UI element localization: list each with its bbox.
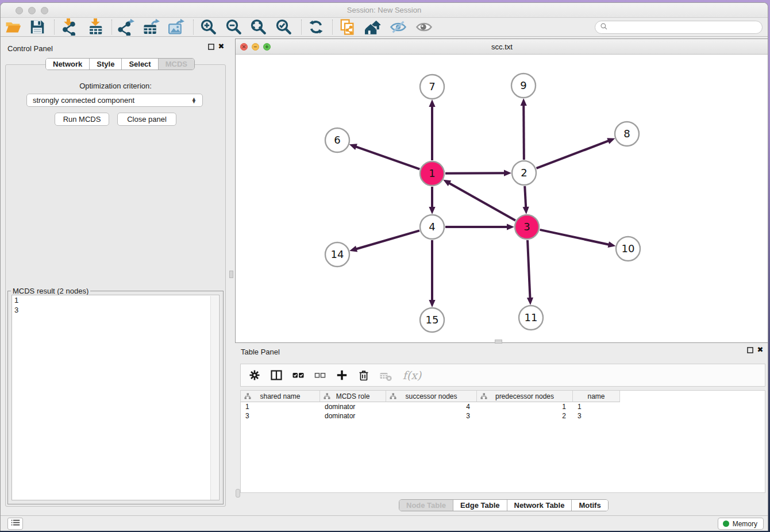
graph-node-9[interactable]: 9 xyxy=(511,74,536,98)
table-hscroll-thumb[interactable] xyxy=(236,489,240,498)
run-mcds-button[interactable]: Run MCDS xyxy=(55,113,109,126)
graph-node-4[interactable]: 4 xyxy=(420,215,444,239)
tab-mcds[interactable]: MCDS xyxy=(158,59,194,70)
graph-node-3[interactable]: 3 xyxy=(515,215,539,239)
search-input[interactable] xyxy=(611,23,762,32)
toggle-column-panel-icon[interactable] xyxy=(268,367,284,383)
network-canvas[interactable]: 7968124314101511 xyxy=(236,55,768,342)
export-table-icon[interactable] xyxy=(141,18,161,36)
add-column-icon[interactable] xyxy=(334,367,350,383)
tab-motifs[interactable]: Motifs xyxy=(571,500,607,511)
column-header-shared-name[interactable]: shared name xyxy=(241,391,320,402)
cell-shared-name[interactable]: 1 xyxy=(241,402,320,411)
tab-select[interactable]: Select xyxy=(121,59,157,70)
birds-eye-view-icon[interactable] xyxy=(414,18,434,36)
control-panel-close-icon[interactable]: ✖ xyxy=(217,42,225,50)
close-panel-button[interactable]: Close panel xyxy=(117,113,176,126)
mcds-result-list[interactable]: 13 xyxy=(11,295,220,500)
graph-node-7[interactable]: 7 xyxy=(420,75,444,99)
result-scrollbar[interactable] xyxy=(210,296,218,500)
graph-edge-2-3[interactable] xyxy=(523,186,529,214)
cell-predecessor-nodes[interactable]: 2 xyxy=(477,411,573,421)
graph-edge-1-7[interactable] xyxy=(429,99,435,160)
column-header-name[interactable]: name xyxy=(573,391,620,402)
graph-node-10[interactable]: 10 xyxy=(616,237,640,261)
network-window-titlebar: ✕ − + scc.txt xyxy=(236,39,768,55)
zoom-selected-icon[interactable] xyxy=(274,18,294,36)
tab-network[interactable]: Network xyxy=(46,59,89,70)
svg-text:14: 14 xyxy=(331,248,344,260)
zoom-out-icon[interactable] xyxy=(224,18,244,36)
svg-text:11: 11 xyxy=(525,311,538,323)
graph-node-1[interactable]: 1 xyxy=(420,161,444,186)
cell-successor-nodes[interactable]: 3 xyxy=(386,411,477,421)
apply-layout-icon[interactable] xyxy=(306,18,326,36)
graph-edge-1-6[interactable] xyxy=(349,144,420,169)
network-window-title: scc.txt xyxy=(236,43,768,51)
graph-edge-2-9[interactable] xyxy=(521,98,527,160)
settings-gear-icon[interactable] xyxy=(247,367,263,383)
zoom-in-icon[interactable] xyxy=(198,18,219,36)
search-field[interactable] xyxy=(595,21,763,34)
graph-edge-1-4[interactable] xyxy=(429,187,435,214)
tab-network-table[interactable]: Network Table xyxy=(507,500,572,511)
network-from-selection-icon[interactable] xyxy=(337,18,358,36)
zoom-fit-icon[interactable] xyxy=(248,18,269,36)
export-image-icon[interactable] xyxy=(165,18,186,36)
tab-node-table[interactable]: Node Table xyxy=(399,500,453,511)
graph-node-14[interactable]: 14 xyxy=(325,242,349,267)
task-history-button[interactable] xyxy=(7,518,23,530)
graph-edge-3-11[interactable] xyxy=(527,240,533,305)
table-panel-close-icon[interactable]: ✖ xyxy=(756,345,764,353)
control-panel-float-icon[interactable] xyxy=(207,43,215,51)
graph-edge-2-8[interactable] xyxy=(537,138,615,168)
optimization-select[interactable]: strongly connected component ▲▼ xyxy=(26,94,203,107)
network-view-window: ✕ − + scc.txt 7968124314101511 xyxy=(235,38,768,343)
memory-button[interactable]: Memory xyxy=(718,518,764,530)
cell-predecessor-nodes[interactable]: 1 xyxy=(477,402,573,411)
home-icon[interactable] xyxy=(363,18,383,36)
cell-shared-name[interactable]: 3 xyxy=(241,411,320,421)
graph-node-6[interactable]: 6 xyxy=(325,128,349,152)
graph-edge-3-10[interactable] xyxy=(540,230,615,248)
graph-node-11[interactable]: 11 xyxy=(519,306,543,330)
tab-style[interactable]: Style xyxy=(89,59,121,70)
hide-graphics-details-icon[interactable] xyxy=(388,18,409,36)
graph-edge-4-3[interactable] xyxy=(445,223,514,230)
splitter-grip[interactable] xyxy=(229,271,233,278)
open-session-icon[interactable] xyxy=(3,18,24,36)
tab-edge-table[interactable]: Edge Table xyxy=(453,500,506,511)
toolbar-separator xyxy=(193,20,194,34)
graph-edge-4-15[interactable] xyxy=(429,240,435,307)
column-header-MCDS-role[interactable]: MCDS role xyxy=(320,391,386,402)
svg-text:15: 15 xyxy=(426,314,439,326)
import-table-icon[interactable] xyxy=(85,18,106,36)
cell-successor-nodes[interactable]: 4 xyxy=(386,402,477,411)
graph-edge-3-1[interactable] xyxy=(443,180,515,221)
table-panel-title: Table Panel xyxy=(241,348,280,356)
svg-text:10: 10 xyxy=(622,242,635,255)
cell-MCDS-role[interactable]: dominator xyxy=(320,402,386,411)
table-panel-float-icon[interactable] xyxy=(746,346,754,354)
unselect-all-columns-icon[interactable] xyxy=(312,367,328,383)
cell-MCDS-role[interactable]: dominator xyxy=(320,411,386,421)
export-network-icon[interactable] xyxy=(116,18,136,36)
graph-edge-4-14[interactable] xyxy=(349,230,419,252)
select-all-columns-icon[interactable] xyxy=(290,367,306,383)
network-bottom-grip[interactable] xyxy=(495,340,502,344)
table-tabs: Node TableEdge TableNetwork TableMotifs xyxy=(399,499,609,511)
graph-node-2[interactable]: 2 xyxy=(512,161,536,185)
graph-node-15[interactable]: 15 xyxy=(420,308,444,332)
cell-name[interactable]: 3 xyxy=(573,411,620,421)
column-header-successor-nodes[interactable]: successor nodes xyxy=(386,391,477,402)
save-session-icon[interactable] xyxy=(27,18,48,36)
delete-column-icon[interactable] xyxy=(356,367,372,383)
search-icon xyxy=(600,22,608,32)
column-header-predecessor-nodes[interactable]: predecessor nodes xyxy=(477,391,573,402)
cell-name[interactable]: 1 xyxy=(573,402,620,411)
toolbar-separator xyxy=(332,20,333,34)
import-network-icon[interactable] xyxy=(58,18,79,36)
graph-edge-1-2[interactable] xyxy=(445,170,511,176)
node-table: shared nameMCDS rolesuccessor nodesprede… xyxy=(240,390,765,493)
graph-node-8[interactable]: 8 xyxy=(615,122,639,146)
